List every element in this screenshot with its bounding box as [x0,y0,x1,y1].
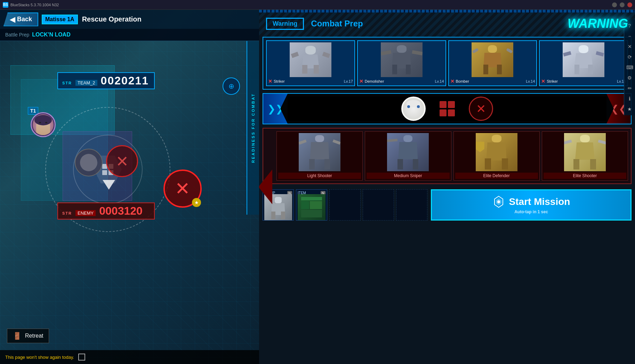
unit-x-icon-4: ✕ [541,78,545,84]
character-avatar[interactable] [31,112,56,137]
left-panel: ◀ Back Matisse 1A Rescue Operation Battl… [0,10,259,364]
sidebar-refresh-btn[interactable]: ⟳ [625,52,635,62]
sidebar-edit-btn[interactable]: ✏ [625,83,635,93]
mission-name: Rescue Operation [82,15,142,23]
equip-section: EQUIP N ITEM N [263,189,427,221]
unit-label-3: ✕ Bomber Lv.14 [450,78,535,84]
unit-name-2: Demolisher [365,79,384,83]
back-button[interactable]: ◀ Back [3,13,38,26]
mission-icon [492,196,505,208]
team-name: TEAM_2 [75,80,97,86]
unit-label-4: ✕ Striker Lv.15 [541,78,626,84]
unit-x-icon-1: ✕ [268,78,272,84]
auto-tap-label: Auto-tap in 1 sec [514,209,548,214]
battle-arrow [103,180,115,190]
sidebar-info-btn[interactable]: ℹ [625,94,635,104]
enemy-card-3[interactable]: Elite Defender [453,131,540,181]
sidebar-star-btn[interactable]: ★ [625,104,635,114]
top-bar: ◀ Back Matisse 1A Rescue Operation [0,10,259,29]
start-mission-label: Start Mission [509,196,570,207]
enemy-card-4[interactable]: Elite Shooter [542,131,628,181]
selector-grid-icon [440,101,455,116]
unit-card-3[interactable]: ✕ Bomber Lv.14 [448,40,537,86]
enemy-image-3 [476,133,517,171]
warning-big-label: WARNING [568,16,628,31]
no-show-checkbox[interactable] [78,354,85,361]
enemy-name-2: Medium Sniper [367,173,449,179]
selector-char-avatar[interactable] [401,97,426,121]
app-icon: BS [3,2,8,8]
enemy-badge: ★ [192,198,201,207]
unit-level-1: Lv.17 [344,79,353,83]
back-arrow-icon: ◀ [10,15,15,24]
svg-point-2 [497,200,500,203]
mission-info: Matisse 1A Rescue Operation [42,15,142,24]
selector-left-arrow[interactable]: ❯❯ [263,94,288,124]
empty-slot-3[interactable] [396,189,427,221]
retreat-button[interactable]: 🚪 Retreat [7,329,49,343]
sidebar-keyboard-btn[interactable]: ⌨ [625,63,635,72]
units-grid: ✕ Striker Lv.17 [266,40,628,86]
close-btn[interactable] [627,2,632,7]
game-area: ◀ Back Matisse 1A Rescue Operation Battl… [0,10,635,364]
unit-card-4[interactable]: ✕ Striker Lv.15 [539,40,628,86]
compass-button[interactable]: ⊕ [223,77,240,95]
unit-image-3 [472,42,513,77]
readiness-sidebar: READINESS FOR COMBAT [247,41,259,215]
unit-image-1 [290,42,331,77]
team-str-value: 0020211 [101,74,149,87]
str-team-label: STR [62,81,72,85]
sidebar-settings-btn[interactable]: ⚙ [625,73,635,83]
titlebar: BS BlueStacks 5.3.70.1004 N32 [0,0,635,10]
start-mission-button[interactable]: Start Mission Auto-tap in 1 sec [431,189,632,221]
enemy-name-3: Elite Defender [455,173,538,179]
unit-name-3: Bomber [456,79,469,83]
enemy-team-name: ENEMY [75,210,96,216]
unit-card-1[interactable]: ✕ Striker Lv.17 [266,40,355,86]
retreat-icon: 🚪 [13,332,22,340]
enemy-name-4: Elite Shooter [544,173,626,179]
battle-prep-label: Battle Prep [5,32,29,38]
warning-header: Warning Combat Prep WARNING [263,13,632,34]
empty-slot-1[interactable] [329,189,361,221]
enemy-name-1: Light Shooter [278,173,361,179]
right-panel: Warning Combat Prep WARNING [259,10,635,364]
retreat-label: Retreat [25,333,43,339]
enemy-units-section: Light Shooter Medium Sni [263,128,632,184]
enemy-left-arrow [258,169,272,204]
mission-code: Matisse 1A [42,15,78,24]
empty-slot-2[interactable] [363,189,394,221]
app-title: BlueStacks 5.3.70.1004 N32 [10,3,59,7]
unit-image-2 [381,42,423,77]
unit-name-4: Striker [547,79,558,83]
no-show-text: This page won't show again today. [5,355,74,360]
maximize-btn[interactable] [620,2,625,7]
item-slot[interactable]: ITEM N [296,189,327,221]
unit-x-icon-3: ✕ [450,78,455,84]
start-mission-content: Start Mission [492,196,570,208]
unit-label-1: ✕ Striker Lv.17 [268,78,353,84]
combat-prep-label: Combat Prep [311,19,363,28]
unit-name-1: Striker [274,79,285,83]
enemy-card-1[interactable]: Light Shooter [276,131,363,181]
enemy-image-1 [299,133,340,171]
enemy-card-2[interactable]: Medium Sniper [365,131,451,181]
warning-badge: Warning [266,18,304,30]
unit-image-4 [563,42,604,77]
unit-level-3: Lv.14 [526,79,535,83]
unit-x-icon-2: ✕ [359,78,363,84]
enemy-image-2 [387,133,429,171]
bottom-action-section: EQUIP N ITEM N [263,188,632,222]
enemy-unit-2-circle: ✕ [106,145,138,177]
selector-x-circle[interactable]: ✕ [469,97,493,121]
enemy-str-value: 0003120 [99,205,143,217]
minimize-btn[interactable] [612,2,617,7]
selector-content: ✕ [288,97,606,121]
unit-card-2[interactable]: ✕ Demolisher Lv.14 [357,40,446,86]
battle-prep-bar: Battle Prep LOCK'N LOAD [0,29,259,41]
battle-prep-bold: LOCK'N LOAD [32,32,70,38]
unit-label-2: ✕ Demolisher Lv.14 [359,78,444,84]
back-label: Back [17,16,32,23]
sidebar-close-btn[interactable]: ✕ [625,42,635,51]
str-enemy-display: STR ENEMY 0003120 [57,202,155,220]
